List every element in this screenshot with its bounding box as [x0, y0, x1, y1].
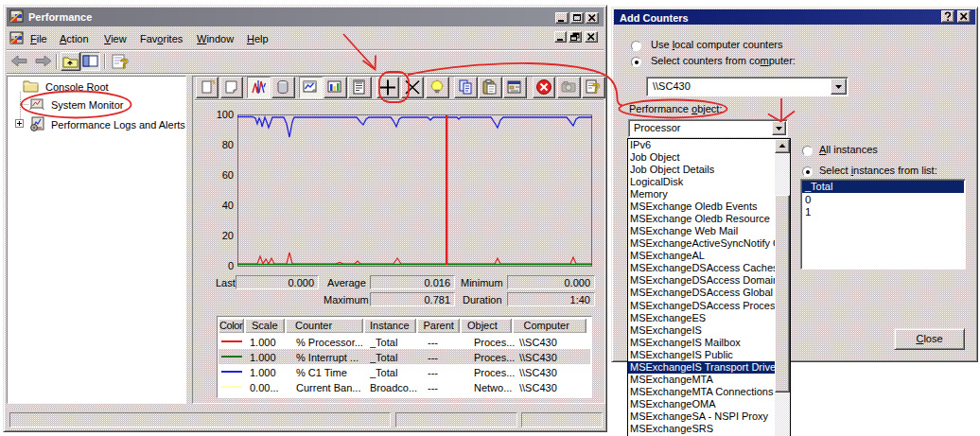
svg-text:?: ? — [592, 80, 601, 96]
svg-text:?: ? — [120, 55, 129, 71]
